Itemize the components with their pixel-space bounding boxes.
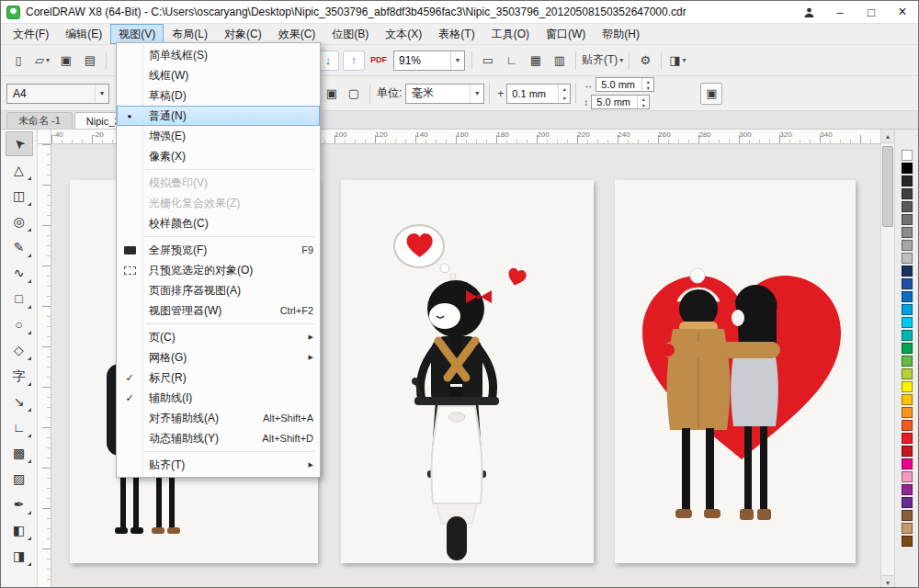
- menubar-item-file[interactable]: 文件(F): [5, 24, 57, 44]
- view-menu-item-21[interactable]: 动态辅助线(Y)Alt+Shift+D: [117, 428, 320, 448]
- view-menu-item-17[interactable]: 网格(G)▶: [117, 347, 320, 368]
- page-size-combo[interactable]: A4 ▾: [6, 84, 109, 104]
- color-eyedropper-tool[interactable]: ✒: [6, 492, 33, 516]
- color-swatch-30[interactable]: [902, 536, 913, 547]
- menubar-item-tools[interactable]: 工具(O): [483, 24, 538, 44]
- close-button[interactable]: ×: [887, 1, 918, 24]
- view-menu-item-19[interactable]: ✓辅助线(I): [117, 388, 320, 408]
- color-swatch-21[interactable]: [902, 420, 913, 431]
- interactive-fill-tool[interactable]: ◧: [6, 517, 33, 542]
- menubar-item-text[interactable]: 文本(X): [377, 24, 430, 44]
- shape-tool[interactable]: △: [6, 157, 33, 182]
- spin-down-icon[interactable]: ▾: [638, 102, 649, 108]
- spin-down-icon[interactable]: ▾: [642, 85, 653, 91]
- illustration-scooter-girl[interactable]: [341, 180, 594, 563]
- color-swatch-17[interactable]: [902, 368, 913, 379]
- crop-tool[interactable]: ◫: [6, 183, 33, 208]
- color-swatch-6[interactable]: [902, 227, 913, 238]
- publish-to-pdf-button[interactable]: PDF: [367, 50, 391, 72]
- options-button[interactable]: ⚙: [633, 50, 657, 72]
- color-swatch-24[interactable]: [902, 458, 913, 469]
- color-swatch-14[interactable]: [902, 330, 913, 341]
- color-swatch-5[interactable]: [902, 214, 913, 225]
- stepper-spin[interactable]: ▴▾: [558, 85, 570, 103]
- view-menu-item-12[interactable]: 只预览选定的对象(O): [117, 260, 320, 280]
- duplicate-distance-y-stepper[interactable]: 5.0 mm ▴▾: [591, 95, 650, 109]
- view-menu-item-3[interactable]: ●普通(N): [117, 106, 320, 126]
- color-swatch-1[interactable]: [902, 163, 913, 174]
- color-swatch-22[interactable]: [902, 433, 913, 444]
- color-swatch-3[interactable]: [902, 188, 913, 199]
- chevron-down-icon[interactable]: ▾: [450, 51, 464, 70]
- artistic-media-tool[interactable]: ∿: [6, 260, 33, 285]
- menubar-item-view[interactable]: 视图(V): [110, 24, 164, 44]
- color-swatch-0[interactable]: [902, 150, 913, 161]
- color-swatch-7[interactable]: [902, 240, 913, 251]
- zoom-tool[interactable]: ◎: [6, 209, 33, 233]
- vertical-ruler[interactable]: [38, 144, 51, 588]
- color-swatch-11[interactable]: [902, 291, 913, 302]
- transparency-tool[interactable]: ▨: [6, 466, 33, 491]
- color-swatch-4[interactable]: [902, 201, 913, 212]
- show-guidelines-button[interactable]: ▥: [548, 50, 572, 72]
- minimize-button[interactable]: –: [824, 1, 856, 24]
- scroll-up-button[interactable]: ▴: [881, 130, 894, 143]
- color-swatch-19[interactable]: [902, 394, 913, 405]
- view-menu-item-18[interactable]: ✓标尺(R): [117, 368, 320, 388]
- spin-up-icon[interactable]: ▴: [559, 85, 570, 94]
- scroll-down-button[interactable]: ▾: [881, 575, 894, 588]
- color-swatch-12[interactable]: [902, 304, 913, 315]
- parallel-dimension-tool[interactable]: ↘: [6, 389, 33, 413]
- stepper-spin[interactable]: ▴▾: [637, 96, 649, 108]
- color-swatch-16[interactable]: [902, 356, 913, 367]
- view-menu-item-20[interactable]: 对齐辅助线(A)Alt+Shift+A: [117, 408, 320, 428]
- view-menu-item-2[interactable]: 草稿(D): [117, 85, 320, 106]
- color-swatch-2[interactable]: [902, 175, 913, 187]
- view-menu-item-1[interactable]: 线框(W): [117, 65, 320, 85]
- print-button[interactable]: ▤: [78, 50, 102, 72]
- menubar-item-layout[interactable]: 布局(L): [164, 24, 216, 44]
- color-swatch-25[interactable]: [902, 471, 913, 482]
- full-screen-preview-button[interactable]: ▭: [476, 50, 500, 72]
- sign-in-icon[interactable]: [793, 1, 824, 24]
- ellipse-tool[interactable]: ○: [6, 311, 33, 336]
- color-swatch-23[interactable]: [902, 446, 913, 457]
- menubar-item-edit[interactable]: 编辑(E): [57, 24, 110, 44]
- view-menu-item-9[interactable]: 校样颜色(C): [117, 213, 320, 233]
- all-pages-button[interactable]: ▣: [321, 83, 343, 105]
- color-swatch-28[interactable]: [902, 510, 913, 521]
- view-menu-item-16[interactable]: 页(C)▶: [117, 327, 320, 347]
- page-3[interactable]: [615, 180, 856, 563]
- color-swatch-8[interactable]: [902, 253, 913, 264]
- maximize-button[interactable]: □: [856, 1, 887, 24]
- units-combo[interactable]: 毫米 ▾: [405, 84, 484, 104]
- view-menu-item-4[interactable]: 增强(E): [117, 126, 320, 146]
- text-tool[interactable]: 字: [6, 363, 33, 388]
- menubar-item-window[interactable]: 窗口(W): [538, 24, 594, 44]
- view-menu-item-0[interactable]: 简单线框(S): [117, 45, 320, 65]
- open-button[interactable]: ▱▾: [30, 50, 54, 72]
- color-swatch-29[interactable]: [902, 523, 913, 534]
- view-menu-item-13[interactable]: 页面排序器视图(A): [117, 280, 320, 300]
- scrollbar-thumb[interactable]: [882, 146, 893, 227]
- zoom-level-combo[interactable]: 91%▾: [393, 51, 465, 71]
- view-menu-item-5[interactable]: 像素(X): [117, 146, 320, 166]
- pick-tool[interactable]: ➤: [6, 131, 33, 156]
- document-tab-0[interactable]: 未命名 -1: [6, 112, 73, 129]
- connector-tool[interactable]: ∟: [6, 414, 33, 439]
- nudge-offset-stepper[interactable]: 0.1 mm ▴▾: [506, 84, 571, 104]
- smart-fill-tool[interactable]: ◨: [6, 543, 33, 568]
- facing-pages-button[interactable]: ▢: [343, 83, 365, 105]
- vertical-scrollbar[interactable]: ▴ ▾: [880, 130, 894, 588]
- show-grid-button[interactable]: ▦: [524, 50, 548, 72]
- menubar-item-table[interactable]: 表格(T): [430, 24, 482, 44]
- export-button[interactable]: ↑: [343, 51, 365, 71]
- color-swatch-26[interactable]: [902, 484, 913, 495]
- view-menu-item-14[interactable]: 视图管理器(W)Ctrl+F2: [117, 300, 320, 321]
- duplicate-distance-x-stepper[interactable]: 5.0 mm ▴▾: [596, 77, 654, 92]
- illustration-hugging-couple[interactable]: [615, 180, 856, 563]
- color-swatch-13[interactable]: [902, 317, 913, 328]
- color-swatch-18[interactable]: [902, 381, 913, 392]
- new-document-button[interactable]: ▯: [6, 50, 30, 72]
- page-2[interactable]: [341, 180, 594, 563]
